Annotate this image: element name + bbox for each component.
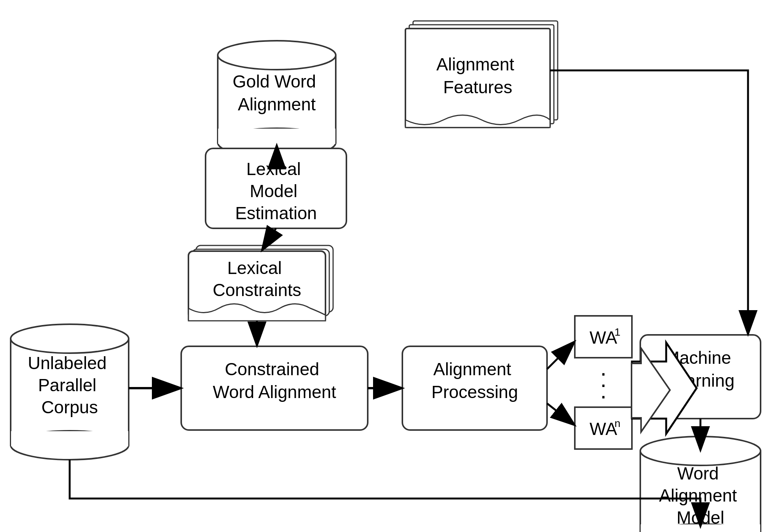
svg-rect-3 [218, 129, 335, 144]
wan-label: WA [590, 419, 617, 439]
unlabeled-corpus-top [11, 324, 129, 353]
arrow-unlabeled-to-model [70, 460, 700, 525]
arrow-ap-to-wa1 [547, 342, 574, 369]
gold-word-alignment-top [218, 41, 336, 70]
wa1-label: WA [590, 328, 617, 347]
svg-text:·: · [600, 360, 607, 385]
svg-text:1: 1 [614, 326, 620, 338]
svg-text:·: · [600, 383, 607, 408]
arrow-features-to-ml [550, 70, 748, 333]
diagram-container: Gold Word Alignment Alignment Features L… [0, 0, 772, 532]
arrow-ap-to-wan [547, 403, 574, 424]
svg-rect-10 [11, 431, 128, 446]
svg-text:n: n [614, 417, 620, 429]
